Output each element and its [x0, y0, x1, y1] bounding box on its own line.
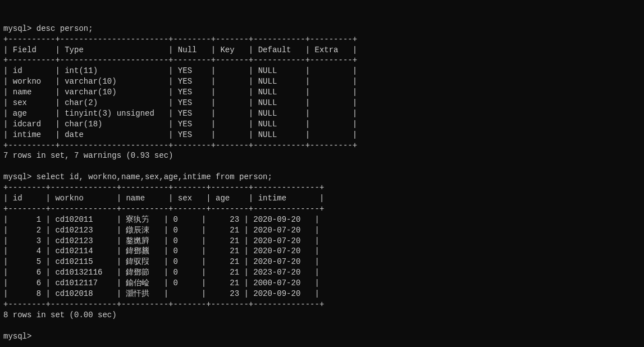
mysql-terminal[interactable]: mysql> desc person; +----------+--------…: [3, 24, 641, 342]
